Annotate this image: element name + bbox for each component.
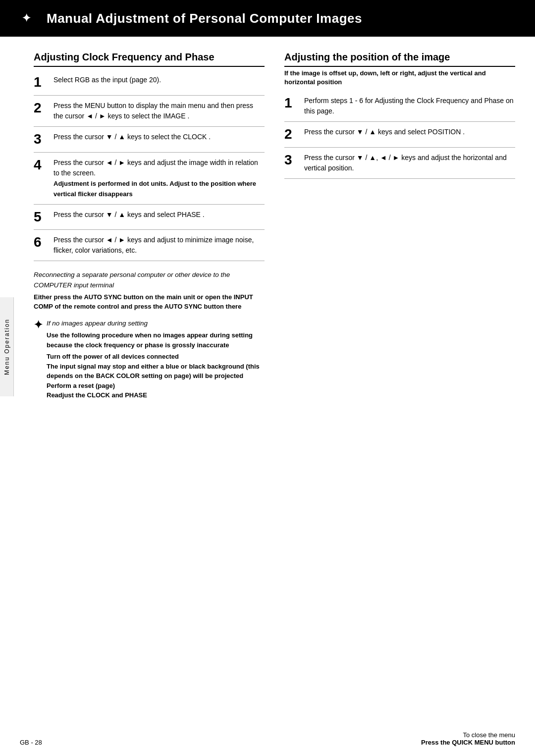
left-section-title: Adjusting Clock Frequency and Phase <box>34 52 265 67</box>
reconnect-icon: ✦ <box>34 319 43 331</box>
step-6: 6 Press the cursor ◄ / ► keys and adjust… <box>34 230 265 261</box>
step-5-number: 5 <box>34 210 48 225</box>
right-step-3-content: Press the cursor ▼ / ▲, ◄ / ► keys and a… <box>304 153 515 173</box>
right-step-3-number: 3 <box>284 153 298 168</box>
right-step-2: 2 Press the cursor ▼ / ▲ keys and select… <box>284 122 515 148</box>
footer: To close the menu Press the QUICK MENU b… <box>421 731 515 746</box>
step-6-number: 6 <box>34 235 48 250</box>
step-4-note: Adjustment is performed in dot units. Ad… <box>54 180 256 198</box>
right-step-1: 1 Perform steps 1 - 6 for Adjusting the … <box>284 91 515 122</box>
step-2-number: 2 <box>34 101 48 116</box>
step-1: 1 Select RGB as the input (page 20). <box>34 70 265 96</box>
step-3: 3 Press the cursor ▼ / ▲ keys to select … <box>34 127 265 153</box>
step-1-content: Select RGB as the input (page 20). <box>54 75 265 85</box>
italic-note-1: Reconnecting a separate personal compute… <box>34 270 265 290</box>
step-4-main-text: Press the cursor ◄ / ► keys and adjust t… <box>54 159 258 177</box>
step-4-number: 4 <box>34 158 48 173</box>
bold-note-1: Either press the AUTO SYNC button on the… <box>34 292 265 312</box>
right-column: Adjusting the position of the image If t… <box>284 52 515 400</box>
right-section-title: Adjusting the position of the image <box>284 52 515 67</box>
page-container: ✦ Manual Adjustment of Personal Computer… <box>0 0 535 756</box>
svg-text:✦: ✦ <box>22 12 31 24</box>
step-3-number: 3 <box>34 132 48 147</box>
right-subtitle: If the image is offset up, down, left or… <box>284 69 515 87</box>
footer-close-instruction: Press the QUICK MENU button <box>421 739 515 746</box>
page-number: GB - 28 <box>20 739 42 746</box>
step-6-content: Press the cursor ◄ / ► keys and adjust t… <box>54 235 265 256</box>
sidebar-label-text: Menu Operation <box>3 319 10 375</box>
step-1-number: 1 <box>34 75 48 90</box>
left-column: Adjusting Clock Frequency and Phase 1 Se… <box>34 52 265 400</box>
right-step-1-content: Perform steps 1 - 6 for Adjusting the Cl… <box>304 96 515 116</box>
bold-note-3: Turn off the power of all devices connec… <box>47 352 265 400</box>
bold-note-2: Use the following procedure when no imag… <box>47 330 265 350</box>
right-step-3: 3 Press the cursor ▼ / ▲, ◄ / ► keys and… <box>284 148 515 179</box>
header-icon: ✦ <box>20 9 39 28</box>
footer-close-label: To close the menu <box>421 731 515 739</box>
step-4-content: Press the cursor ◄ / ► keys and adjust t… <box>54 158 265 199</box>
page-header: ✦ Manual Adjustment of Personal Computer… <box>0 0 535 37</box>
right-step-2-number: 2 <box>284 127 298 142</box>
step-5: 5 Press the cursor ▼ / ▲ keys and select… <box>34 205 265 230</box>
step-2: 2 Press the MENU button to display the m… <box>34 96 265 127</box>
sidebar-menu-operation: Menu Operation <box>0 297 14 396</box>
page-title: Manual Adjustment of Personal Computer I… <box>47 11 362 26</box>
close-label-text: To close the menu <box>463 731 515 739</box>
step-3-content: Press the cursor ▼ / ▲ keys to select th… <box>54 132 265 142</box>
right-step-1-number: 1 <box>284 96 298 111</box>
right-step-2-content: Press the cursor ▼ / ▲ keys and select P… <box>304 127 515 137</box>
step-4: 4 Press the cursor ◄ / ► keys and adjust… <box>34 153 265 205</box>
close-instruction-text: Press the QUICK MENU button <box>421 739 515 746</box>
step-2-content: Press the MENU button to display the mai… <box>54 101 265 121</box>
italic-note-2: If no images appear during setting <box>47 319 265 328</box>
step-5-content: Press the cursor ▼ / ▲ keys and select P… <box>54 210 265 220</box>
